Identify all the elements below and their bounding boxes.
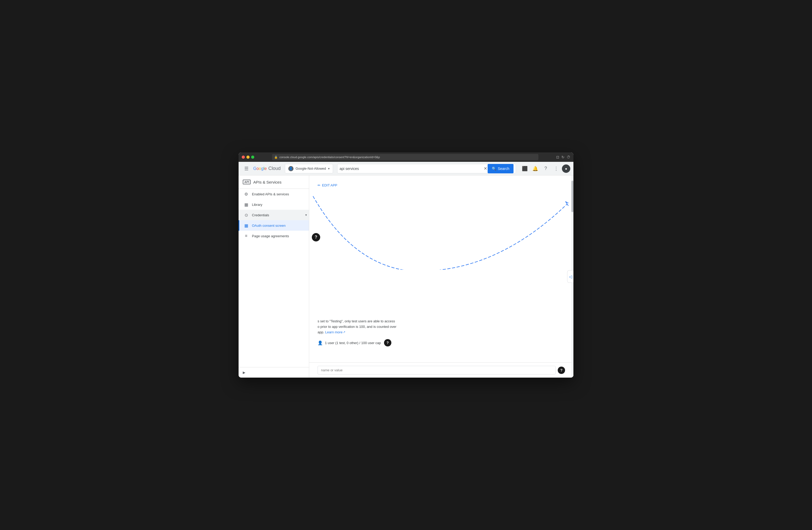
sidebar-item-credentials[interactable]: ⊙ Credentials ▾ — [238, 210, 309, 220]
sidebar-collapse-button[interactable]: ▶ — [243, 371, 305, 375]
bottom-help-icon: ? — [560, 368, 563, 372]
panel-collapse-button[interactable]: ◁ — [567, 270, 574, 283]
bell-icon: 🔔 — [532, 166, 538, 171]
edit-app-label: EDIT APP — [322, 183, 337, 187]
refresh-icon[interactable]: ↻ — [561, 155, 565, 159]
search-bar: ✕ 🔍 Search — [337, 164, 516, 173]
search-button-label: Search — [498, 167, 509, 171]
library-label: Library — [252, 203, 262, 207]
sidebar-header: API APIs & Services — [238, 176, 309, 189]
browser-window: 🔒 console.cloud.google.com/apis/credenti… — [238, 152, 574, 378]
library-icon: ▦ — [244, 202, 249, 207]
learn-more-label: Learn more — [325, 330, 343, 335]
search-button[interactable]: 🔍 Search — [488, 164, 513, 173]
sidebar-item-enabled-apis[interactable]: ⚙ Enabled APIs & services — [238, 189, 309, 199]
user-icon: 👤 — [318, 340, 323, 345]
more-options-button[interactable]: ⋮ — [551, 164, 561, 173]
api-badge: API — [243, 180, 251, 184]
cast-icon[interactable]: ⊡ — [556, 155, 559, 159]
cloud-text: Cloud — [269, 166, 281, 171]
project-selector[interactable]: 👤 Google-Not-Allowed ▾ — [285, 164, 333, 173]
content-section: s set to "Testing", only test users are … — [318, 319, 565, 346]
user-count-text: 1 user (1 test, 0 other) / 100 user cap — [325, 341, 381, 345]
help-icon-1: ? — [315, 235, 317, 240]
bottom-help-circle: ? — [558, 367, 565, 374]
minimize-button[interactable] — [246, 155, 249, 159]
testing-notice-text-2: o prior to app verification is 100, and … — [318, 325, 396, 329]
google-cloud-logo: Google Cloud — [253, 166, 281, 171]
traffic-lights — [242, 155, 254, 159]
annotation-curve — [309, 191, 574, 270]
search-input[interactable] — [339, 167, 483, 171]
help-circle-2: ? — [384, 339, 391, 346]
google-logo-text: Google — [253, 166, 267, 171]
history-icon[interactable]: ⏱ — [567, 155, 570, 159]
menu-icon: ☰ — [244, 166, 248, 171]
testing-notice-text-3: app. — [318, 330, 325, 334]
notifications-button[interactable]: 🔔 — [531, 164, 540, 173]
titlebar-actions: ⊡ ↻ ⏱ — [556, 155, 570, 159]
titlebar: 🔒 console.cloud.google.com/apis/credenti… — [238, 152, 574, 162]
dropdown-arrow-icon: ▾ — [328, 167, 330, 170]
main-container: API APIs & Services ⚙ Enabled APIs & ser… — [238, 176, 574, 378]
hamburger-menu-button[interactable]: ☰ — [242, 164, 251, 173]
account-icon: 👤 — [288, 166, 293, 171]
bottom-search-input[interactable] — [318, 366, 556, 375]
toolbar-right: ⬛ 🔔 ? ⋮ ● — [520, 164, 570, 173]
help-icon-2: ? — [387, 341, 389, 345]
scrollbar-thumb[interactable] — [571, 181, 574, 212]
bottom-input-area: ? — [309, 362, 574, 378]
oauth-consent-label: OAuth consent screen — [252, 224, 286, 227]
testing-notice-text: s set to "Testing", only test users are … — [318, 319, 395, 323]
avatar-initials: ● — [565, 167, 567, 171]
sidebar-item-oauth-consent[interactable]: ▦ OAuth consent screen — [238, 220, 309, 231]
maximize-button[interactable] — [251, 155, 254, 159]
sidebar-title: APIs & Services — [253, 180, 281, 184]
learn-more-link[interactable]: Learn more ↗ — [325, 330, 345, 335]
url-text: console.cloud.google.com/apis/credential… — [279, 155, 380, 159]
help-button[interactable]: ? — [541, 164, 550, 173]
search-clear-button[interactable]: ✕ — [483, 166, 488, 171]
screen-share-button[interactable]: ⬛ — [520, 164, 530, 173]
sidebar-item-page-usage[interactable]: ≡ Page usage agreements — [238, 231, 309, 241]
enabled-apis-label: Enabled APIs & services — [252, 192, 289, 196]
screen-share-icon: ⬛ — [522, 166, 528, 171]
edit-icon: ✏ — [318, 183, 320, 187]
collapse-icon: ▶ — [243, 371, 245, 375]
credentials-icon: ⊙ — [244, 212, 249, 218]
search-icon: 🔍 — [492, 167, 496, 171]
settings-icon: ⚙ — [244, 192, 249, 197]
account-icon-symbol: 👤 — [289, 167, 293, 170]
content-area: ◁ ✏ EDIT APP ? — [309, 176, 574, 378]
project-name: Google-Not-Allowed — [295, 167, 326, 170]
sidebar-item-library[interactable]: ▦ Library — [238, 199, 309, 210]
external-link-icon: ↗ — [343, 330, 345, 335]
sidebar-bottom: ▶ — [238, 367, 309, 378]
content-inner: ✏ EDIT APP ? s set to "Testing", only te — [309, 176, 574, 353]
lock-icon: 🔒 — [274, 155, 278, 159]
edit-app-button[interactable]: ✏ EDIT APP — [318, 182, 337, 189]
oauth-icon: ▦ — [244, 223, 249, 228]
more-icon: ⋮ — [554, 166, 559, 171]
sidebar: API APIs & Services ⚙ Enabled APIs & ser… — [238, 176, 309, 378]
page-usage-icon: ≡ — [244, 233, 249, 239]
sidebar-nav: ⚙ Enabled APIs & services ▦ Library ⊙ Cr… — [238, 189, 309, 241]
credentials-arrow-icon: ▾ — [305, 213, 307, 217]
close-button[interactable] — [242, 155, 245, 159]
panel-collapse-icon: ◁ — [569, 274, 572, 279]
page-usage-label: Page usage agreements — [252, 234, 289, 238]
user-avatar[interactable]: ● — [562, 165, 570, 173]
user-count-row: 👤 1 user (1 test, 0 other) / 100 user ca… — [318, 339, 565, 346]
help-icon: ? — [545, 166, 547, 171]
chrome-toolbar: ☰ Google Cloud 👤 Google-Not-Allowed ▾ ✕ … — [238, 162, 574, 176]
address-bar[interactable]: 🔒 console.cloud.google.com/apis/credenti… — [272, 154, 538, 160]
help-circle-1: ? — [312, 233, 320, 241]
testing-notice: s set to "Testing", only test users are … — [318, 319, 417, 335]
credentials-label: Credentials — [252, 213, 269, 217]
